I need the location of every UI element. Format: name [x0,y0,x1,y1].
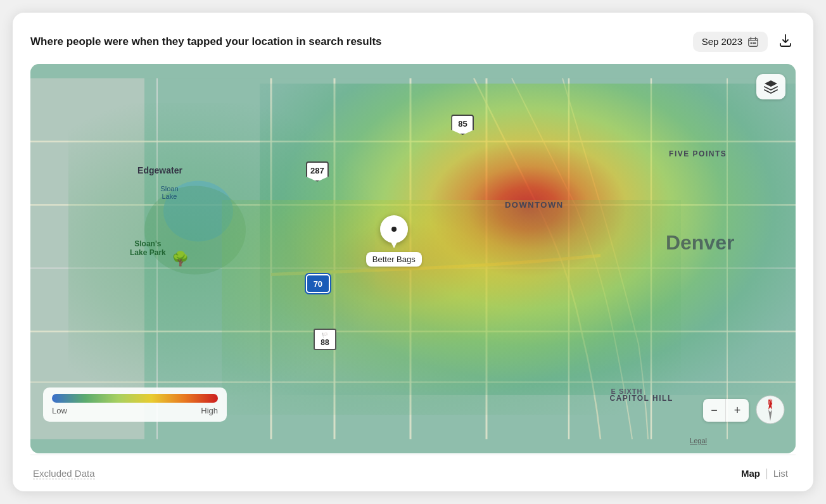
map-view-button[interactable]: Map [736,465,765,481]
legend: Low High [43,387,227,422]
svg-rect-4 [751,42,753,43]
svg-point-23 [144,186,246,275]
main-card: Where people were when they tapped your … [13,13,813,491]
pin-label: Better Bags [366,252,422,267]
header: Where people were when they tapped your … [30,30,796,53]
map-container[interactable]: Denver DOWNTOWN FIVE POINTS CAPITOL HILL… [30,64,796,453]
zoom-out-button[interactable]: − [703,399,726,422]
legend-labels: Low High [52,406,218,415]
header-controls: Sep 2023 [693,30,796,53]
legend-gradient-bar [52,394,218,403]
legend-high: High [201,406,218,415]
location-pin[interactable]: Better Bags [366,215,422,267]
zoom-in-button[interactable]: + [726,399,749,422]
date-label: Sep 2023 [702,36,742,47]
footer: Excluded Data Map | List [30,455,796,491]
svg-text:N: N [768,399,772,406]
list-view-button[interactable]: List [768,465,793,481]
svg-rect-0 [749,38,758,46]
svg-rect-8 [30,79,144,439]
date-picker-button[interactable]: Sep 2023 [693,32,768,52]
pin-bubble [380,215,408,243]
zoom-controls: − + [703,399,749,422]
park-icon: 🌳 [172,251,189,267]
svg-rect-6 [754,42,756,43]
svg-rect-5 [753,42,754,43]
legal-link[interactable]: Legal [690,437,707,444]
excluded-data-link[interactable]: Excluded Data [33,468,95,479]
download-icon [778,33,793,48]
legend-low: Low [52,406,67,415]
map-layers-icon [763,79,778,94]
download-button[interactable] [775,30,796,53]
page-title: Where people were when they tapped your … [30,35,382,48]
calendar-icon [747,36,759,47]
compass: N [755,394,785,425]
pin-dot [391,227,397,232]
map-toggle-button[interactable] [756,74,785,99]
view-toggle: Map | List [736,465,793,481]
